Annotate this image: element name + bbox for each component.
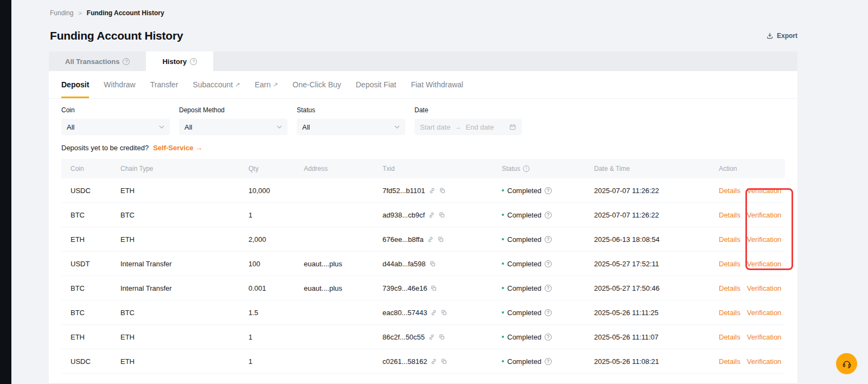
- cell-action: Details Verification: [719, 309, 785, 317]
- subtab-earn[interactable]: Earn ↗: [254, 71, 278, 98]
- copy-icon[interactable]: [439, 187, 446, 194]
- details-link[interactable]: Details: [719, 260, 741, 268]
- cell-address: euaut....plus: [304, 284, 382, 292]
- verification-link[interactable]: Verification: [747, 284, 782, 292]
- table-header: Coin Chain Type Qty Address Txid Status …: [61, 159, 785, 178]
- cell-txid: 739c9...46e16: [382, 284, 502, 292]
- status-help-icon[interactable]: ?: [545, 236, 552, 243]
- cell-qty: 1: [248, 357, 304, 366]
- details-link[interactable]: Details: [719, 357, 741, 366]
- txid-text: 7fd52...b1101: [382, 187, 425, 195]
- txid-text: 86c2f...50c55: [382, 333, 425, 341]
- details-link[interactable]: Details: [719, 187, 741, 195]
- cell-action: Details Verification: [719, 235, 785, 244]
- status-help-icon[interactable]: ?: [545, 309, 552, 316]
- cell-status: Completed ?: [502, 235, 594, 244]
- details-link[interactable]: Details: [719, 211, 741, 219]
- cell-txid: ad938...cb9cf: [382, 211, 502, 219]
- cell-chain-type: ETH: [120, 235, 248, 244]
- status-help-icon[interactable]: ?: [545, 212, 552, 219]
- start-date-placeholder: Start date: [420, 123, 450, 131]
- copy-icon[interactable]: [441, 358, 448, 365]
- status-dot: [502, 287, 504, 289]
- cell-chain-type: Internal Transfer: [120, 260, 248, 268]
- explorer-link-icon[interactable]: [428, 212, 435, 219]
- cell-qty: 2,000: [248, 235, 304, 244]
- cell-action: Details Verification: [719, 284, 785, 292]
- notice-text: Deposits yet to be credited?: [61, 144, 149, 152]
- verification-link[interactable]: Verification: [747, 187, 782, 195]
- subtab-subaccount[interactable]: Subaccount ↗: [193, 71, 240, 98]
- copy-icon[interactable]: [438, 334, 445, 341]
- status-select[interactable]: All: [297, 119, 405, 135]
- subtab-transfer[interactable]: Transfer: [150, 71, 178, 98]
- subtab-withdraw[interactable]: Withdraw: [104, 71, 135, 98]
- verification-link[interactable]: Verification: [747, 309, 782, 317]
- table-row: USDT Internal Transfer 100 euaut....plus…: [61, 252, 785, 276]
- table-row: ETH ETH 2,000 676ee...b8ffa: [61, 227, 785, 252]
- copy-icon[interactable]: [438, 212, 445, 219]
- details-link[interactable]: Details: [719, 333, 741, 341]
- status-help-icon[interactable]: ?: [545, 358, 552, 365]
- explorer-link-icon[interactable]: [430, 309, 437, 316]
- deposit-method-select[interactable]: All: [179, 119, 288, 135]
- status-help-icon[interactable]: ?: [545, 285, 552, 292]
- coin-select[interactable]: All: [61, 119, 170, 135]
- verification-link[interactable]: Verification: [747, 333, 782, 341]
- cell-action: Details Verification: [719, 357, 785, 366]
- tab-all-transactions[interactable]: All Transactions ?: [49, 52, 146, 71]
- verification-link[interactable]: Verification: [747, 235, 782, 244]
- subtab-fiat-withdrawal[interactable]: Fiat Withdrawal: [411, 71, 463, 98]
- status-help-icon[interactable]: ?: [545, 187, 552, 194]
- deposit-method-select-value: All: [184, 123, 192, 131]
- breadcrumb-funding[interactable]: Funding: [50, 9, 73, 17]
- cell-status: Completed ?: [502, 309, 594, 317]
- subtab-label: Deposit Fiat: [356, 80, 397, 89]
- verification-link[interactable]: Verification: [747, 260, 782, 268]
- cell-txid: eac80...57443: [382, 309, 502, 317]
- explorer-link-icon[interactable]: [427, 236, 434, 243]
- table-row: BTC BTC 1.5 eac80...57443: [61, 300, 785, 325]
- date-range-picker[interactable]: Start date → End date: [414, 119, 522, 135]
- tab-history[interactable]: History ?: [146, 52, 213, 71]
- status-help-icon[interactable]: ?: [545, 260, 552, 267]
- explorer-link-icon[interactable]: [428, 334, 435, 341]
- self-service-link[interactable]: Self-Service →: [153, 144, 202, 152]
- status-dot: [502, 214, 504, 216]
- uncredited-deposit-notice: Deposits yet to be credited? Self-Servic…: [61, 144, 785, 152]
- cell-qty: 1.5: [248, 309, 304, 317]
- cell-qty: 100: [248, 260, 304, 268]
- cell-coin: USDT: [71, 260, 120, 268]
- subtab-deposit-fiat[interactable]: Deposit Fiat: [356, 71, 397, 98]
- copy-icon[interactable]: [441, 309, 448, 316]
- chevron-down-icon: [277, 125, 282, 129]
- status-select-value: All: [302, 123, 310, 131]
- date-range-arrow-icon: →: [455, 123, 461, 131]
- subtab-one-click-buy[interactable]: One-Click Buy: [292, 71, 341, 98]
- details-link[interactable]: Details: [719, 284, 741, 292]
- deposit-history-table: Coin Chain Type Qty Address Txid Status …: [61, 159, 785, 374]
- verification-link[interactable]: Verification: [747, 211, 782, 219]
- cell-txid: c0261...58162: [382, 357, 502, 366]
- details-link[interactable]: Details: [719, 235, 741, 244]
- subtab-deposit[interactable]: Deposit: [61, 71, 89, 98]
- copy-icon[interactable]: [437, 236, 444, 243]
- details-link[interactable]: Details: [719, 309, 741, 317]
- export-button[interactable]: Export: [766, 32, 797, 40]
- cell-status: Completed ?: [502, 333, 594, 341]
- cell-datetime: 2025-05-26 11:11:07: [594, 333, 719, 341]
- status-help-icon[interactable]: ?: [545, 334, 552, 341]
- cell-chain-type: ETH: [120, 187, 248, 195]
- explorer-link-icon[interactable]: [429, 187, 436, 194]
- status-info-icon[interactable]: !: [523, 165, 529, 172]
- cell-status: Completed ?: [502, 357, 594, 366]
- copy-icon[interactable]: [430, 285, 437, 292]
- support-button[interactable]: [836, 353, 857, 374]
- subtab-label: Fiat Withdrawal: [411, 80, 463, 89]
- subtab-label: Subaccount: [193, 80, 233, 89]
- copy-icon[interactable]: [429, 260, 436, 267]
- cell-datetime: 2025-07-07 11:26:22: [594, 187, 719, 195]
- explorer-link-icon[interactable]: [430, 358, 437, 365]
- txid-text: d44ab...fa598: [382, 260, 426, 268]
- verification-link[interactable]: Verification: [747, 357, 782, 366]
